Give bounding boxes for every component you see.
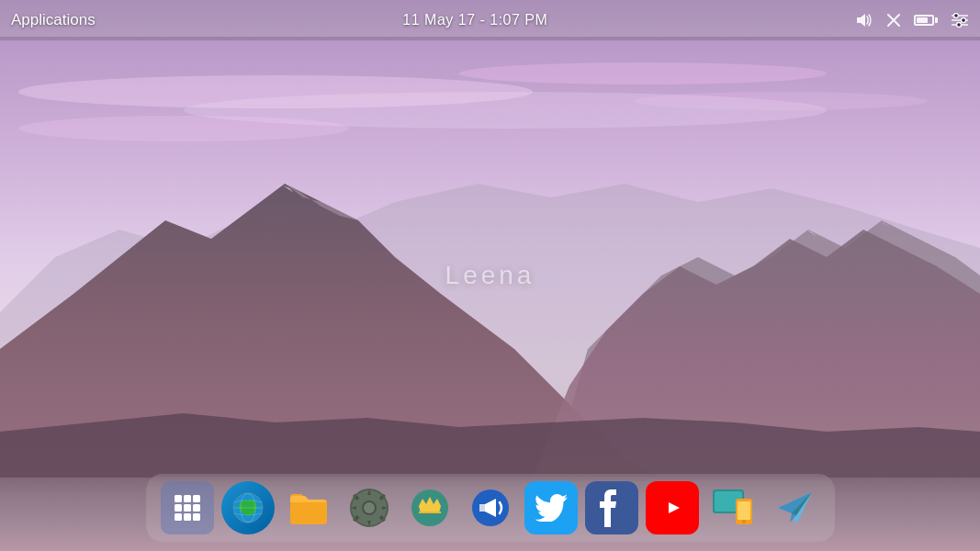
svg-rect-22 (193, 513, 200, 521)
svg-rect-19 (193, 504, 200, 512)
svg-rect-39 (738, 501, 750, 520)
svg-point-40 (742, 520, 746, 523)
svg-point-13 (957, 23, 962, 28)
svg-point-2 (459, 62, 827, 84)
volume-icon[interactable] (855, 12, 873, 28)
system-settings-icon[interactable] (951, 13, 969, 28)
mountain-background (0, 37, 980, 478)
svg-point-11 (962, 18, 966, 23)
close-icon[interactable] (886, 13, 901, 28)
svg-rect-17 (175, 504, 182, 512)
svg-rect-18 (184, 504, 191, 512)
svg-rect-21 (184, 513, 191, 521)
svg-rect-14 (175, 495, 182, 502)
dock-facebook[interactable] (585, 481, 638, 534)
battery-icon (914, 15, 938, 26)
topbar-right (855, 12, 969, 28)
dock-send[interactable] (767, 481, 820, 534)
svg-point-9 (954, 14, 959, 18)
topbar: Applications 11 May 17 - 1:07 PM (0, 0, 980, 40)
dock-files[interactable] (282, 481, 335, 534)
svg-rect-20 (175, 513, 182, 521)
applications-menu-button[interactable]: Applications (11, 11, 96, 29)
dock-store[interactable] (403, 481, 456, 534)
svg-rect-16 (193, 495, 200, 502)
datetime-display: 11 May 17 - 1:07 PM (402, 12, 547, 28)
dock-youtube[interactable] (646, 481, 699, 534)
svg-point-5 (634, 92, 928, 110)
dock-multiwindow[interactable] (706, 481, 760, 534)
dock-browser[interactable] (221, 481, 275, 534)
svg-rect-15 (184, 495, 191, 502)
topbar-left: Applications (11, 11, 96, 29)
dock (146, 474, 835, 542)
dock-settings[interactable] (343, 481, 396, 534)
dock-twitter[interactable] (524, 481, 578, 534)
dock-announcements[interactable] (464, 481, 517, 534)
svg-point-4 (18, 116, 349, 141)
svg-rect-34 (479, 504, 485, 512)
dock-app-drawer[interactable] (161, 481, 214, 534)
svg-point-31 (364, 502, 375, 513)
